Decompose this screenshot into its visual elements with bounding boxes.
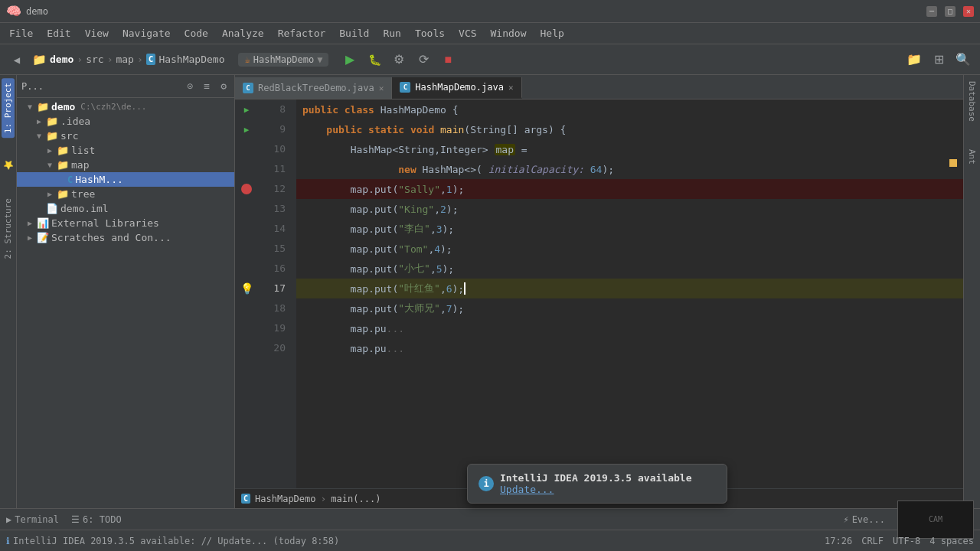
yellow-scroll-marker xyxy=(949,159,957,167)
notification-title: IntelliJ IDEA 2019.3.5 available xyxy=(500,472,691,484)
line-num-14: 14 xyxy=(258,219,290,239)
code-editor[interactable]: ▶ ▶ 💡 xyxy=(235,99,963,488)
profile-button[interactable]: ⟳ xyxy=(413,49,434,70)
close-button[interactable]: ✕ xyxy=(963,6,974,17)
tab-redblacktreedemo[interactable]: C RedBlackTreeDemo.java ✕ xyxy=(235,77,392,99)
line-num-15: 15 xyxy=(258,239,290,259)
left-panel-tabs: 1: Project ⭐ 2: Structure xyxy=(0,75,17,508)
tree-item-demoiml[interactable]: 📄 demo.iml xyxy=(17,201,234,216)
code-line-11: new HashMap<>( initialCapacity: 64); xyxy=(296,159,963,179)
debug-button[interactable]: 🐛 xyxy=(364,49,385,70)
tree-item-src[interactable]: ▼ 📁 src xyxy=(17,129,234,143)
breadcrumb-map[interactable]: map xyxy=(116,54,133,65)
tree-item-list[interactable]: ▶ 📁 list xyxy=(17,143,234,158)
notification-row: i IntelliJ IDEA 2019.3.5 available Updat… xyxy=(479,472,716,495)
code-line-14: map.put("李白",3); xyxy=(296,219,963,239)
line-num-17: 17 xyxy=(258,279,290,298)
tab-hashmapdemo[interactable]: C HashMapDemo.java ✕ xyxy=(392,77,521,99)
code-line-19: map.pu... xyxy=(296,318,963,338)
menu-help[interactable]: Help xyxy=(534,26,570,41)
run-configuration[interactable]: ☕ HashMapDemo ▼ xyxy=(238,53,328,67)
gutter-line-14 xyxy=(235,219,258,239)
breadcrumb-classname[interactable]: HashMapDemo xyxy=(255,494,315,504)
code-line-16: map.put("小七",5); xyxy=(296,259,963,279)
indent[interactable]: 4 spaces xyxy=(929,536,974,546)
menu-file[interactable]: File xyxy=(3,26,39,41)
encoding[interactable]: UTF-8 xyxy=(893,536,920,546)
structure-view-button[interactable]: ⊞ xyxy=(928,49,949,70)
status-bar: ℹ IntelliJ IDEA 2019.3.5 available: // U… xyxy=(0,530,980,551)
tree-item-idea[interactable]: ▶ 📁 .idea xyxy=(17,114,234,129)
gutter-line-17: 💡 xyxy=(235,279,258,298)
menu-build[interactable]: Build xyxy=(333,26,375,41)
menu-analyze[interactable]: Analyze xyxy=(216,26,270,41)
bottom-right-items: ⚡ Eve... CAM xyxy=(843,500,974,539)
status-right: 17:26 CRLF UTF-8 4 spaces xyxy=(825,536,974,546)
tab-structure[interactable]: 2: Structure xyxy=(2,194,15,263)
menu-vcs[interactable]: VCS xyxy=(452,26,482,41)
project-view-button[interactable]: 📁 xyxy=(903,49,925,70)
tab-project[interactable]: 1: Project xyxy=(2,78,15,138)
locate-button[interactable]: ⊙ xyxy=(185,79,197,93)
webcam-thumbnail: CAM xyxy=(897,500,974,539)
gutter-line-13 xyxy=(235,199,258,219)
terminal-icon: ▶ xyxy=(6,514,11,525)
file-icon: 📄 xyxy=(46,203,58,214)
notification-icon: i xyxy=(479,476,494,491)
menu-view[interactable]: View xyxy=(79,26,115,41)
toolbar-right: 📁 ⊞ 🔍 xyxy=(903,49,974,70)
folder-icon: 📁 xyxy=(57,159,69,171)
line-ending[interactable]: CRLF xyxy=(861,536,884,546)
settings-gear[interactable]: ⚙ xyxy=(217,79,230,93)
breadcrumb-project[interactable]: demo xyxy=(50,54,74,65)
breadcrumb-src[interactable]: src xyxy=(86,54,103,65)
menu-navigate[interactable]: Navigate xyxy=(116,26,177,41)
menu-tools[interactable]: Tools xyxy=(409,26,451,41)
menu-edit[interactable]: Edit xyxy=(41,26,77,41)
run-button[interactable]: ▶ xyxy=(339,49,361,70)
code-content[interactable]: public class HashMapDemo { public static… xyxy=(296,99,963,488)
tree-item-demo[interactable]: ▼ 📁 demo C:\czh2\de... xyxy=(17,99,234,114)
line-num-13: 13 xyxy=(258,199,290,219)
line-num-11: 11 xyxy=(258,159,290,179)
collapse-button[interactable]: ≡ xyxy=(201,79,213,93)
right-tab-database[interactable]: Database xyxy=(965,75,978,128)
gutter-line-19 xyxy=(235,318,258,338)
back-button[interactable]: ◀ xyxy=(6,49,28,70)
code-line-18: map.put("大师兄",7); xyxy=(296,298,963,318)
search-button[interactable]: 🔍 xyxy=(952,49,974,70)
code-line-10: HashMap<String,Integer> map = xyxy=(296,139,963,159)
breadcrumb-class[interactable]: C HashMapDemo xyxy=(146,54,225,65)
cursor-position[interactable]: 17:26 xyxy=(825,536,852,546)
menu-run[interactable]: Run xyxy=(377,26,407,41)
tab-close-button[interactable]: ✕ xyxy=(379,83,384,93)
run-config-icon: ☕ xyxy=(244,54,250,65)
tree-item-tree[interactable]: ▶ 📁 tree xyxy=(17,187,234,201)
restore-button[interactable]: □ xyxy=(945,6,956,17)
breadcrumb-icon: 📁 xyxy=(32,53,47,67)
menu-refactor[interactable]: Refactor xyxy=(272,26,332,41)
minimize-button[interactable]: ─ xyxy=(926,6,937,17)
breadcrumb: 📁 demo › src › map › C HashMapDemo xyxy=(32,53,224,67)
code-line-20: map.pu... xyxy=(296,338,963,358)
eventlog-label: Eve... xyxy=(852,514,885,525)
event-log-button[interactable]: ⚡ Eve... xyxy=(843,500,885,539)
notification-update-link[interactable]: Update... xyxy=(500,484,554,495)
stop-button[interactable]: ■ xyxy=(437,49,459,70)
menu-code[interactable]: Code xyxy=(178,26,214,41)
tree-item-scratches[interactable]: ▶ 📝 Scratches and Con... xyxy=(17,230,234,245)
project-panel-header: P... ⊙ ≡ ⚙ xyxy=(17,75,234,98)
todo-button[interactable]: ☰ 6: TODO xyxy=(71,514,122,525)
tree-item-map[interactable]: ▼ 📁 map xyxy=(17,158,234,172)
tree-item-hashmapdemojava[interactable]: C HashM... xyxy=(17,172,234,187)
expand-arrow: ▼ xyxy=(34,132,44,140)
tree-item-external-libs[interactable]: ▶ 📊 External Libraries xyxy=(17,216,234,230)
tab-close-button[interactable]: ✕ xyxy=(508,83,514,93)
right-tab-ant[interactable]: Ant xyxy=(965,143,978,171)
coverage-button[interactable]: ⚙ xyxy=(388,49,410,70)
tab-favorites[interactable]: ⭐ xyxy=(2,156,15,175)
menu-window[interactable]: Window xyxy=(485,26,533,41)
breadcrumb-method[interactable]: main(...) xyxy=(331,494,381,504)
expand-arrow: ▶ xyxy=(25,233,34,242)
terminal-button[interactable]: ▶ Terminal xyxy=(6,514,59,525)
